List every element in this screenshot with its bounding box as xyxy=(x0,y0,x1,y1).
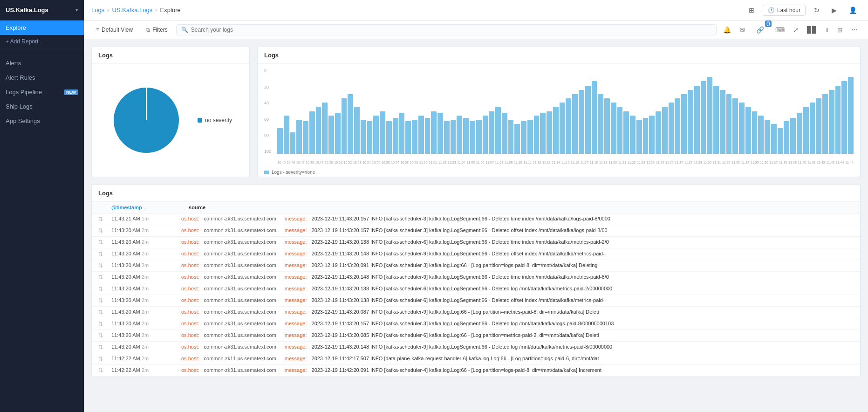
bar xyxy=(662,107,668,154)
log-expand-icon[interactable]: ⇅ xyxy=(98,262,107,269)
user-icon[interactable]: 👤 xyxy=(845,4,861,16)
bar-col xyxy=(694,69,700,154)
sidebar-item-logs-pipeline[interactable]: Logs Pipeline NEW xyxy=(0,85,84,99)
bar xyxy=(701,81,706,154)
mail-icon[interactable]: ✉ xyxy=(737,24,748,35)
sidebar-header[interactable]: US.Kafka.Logs ▾ xyxy=(0,0,84,21)
bar xyxy=(277,128,283,154)
bar xyxy=(476,120,482,154)
log-host-val: common-zk31.us.sematext.com xyxy=(204,227,276,233)
content: Logs no severity Logs xyxy=(84,39,868,412)
log-host-key: os.host: xyxy=(181,227,199,233)
default-view-button[interactable]: ≡ Default View xyxy=(91,24,137,35)
bar-legend: Logs - severity=none xyxy=(258,168,860,177)
bar-col xyxy=(784,69,789,154)
log-expand-icon[interactable]: ⇅ xyxy=(98,309,107,316)
more-icon[interactable]: ⋯ xyxy=(848,24,861,35)
sidebar: US.Kafka.Logs ▾ Explore + Add Report Ale… xyxy=(0,0,84,412)
sidebar-item-app-settings[interactable]: App Settings xyxy=(0,114,84,128)
bar xyxy=(309,111,315,154)
pie-legend-item-no-severity: no severity xyxy=(198,117,232,124)
log-host-val: common-zk31.us.sematext.com xyxy=(204,239,276,245)
sidebar-item-alert-rules[interactable]: Alert Rules xyxy=(0,70,84,85)
columns-icon[interactable]: ⫾ xyxy=(823,24,832,35)
bar-col xyxy=(502,69,507,154)
bar-col xyxy=(495,69,501,154)
bar-col xyxy=(745,69,751,154)
sidebar-item-explore[interactable]: Explore xyxy=(0,21,84,35)
refresh-icon[interactable]: ↻ xyxy=(810,4,823,16)
y-label-0: 0 xyxy=(264,69,273,73)
log-row: ⇅ 11:43:20 AM 2m os.host: common-zk31.us… xyxy=(92,283,860,295)
bar xyxy=(316,107,321,154)
log-expand-icon[interactable]: ⇅ xyxy=(98,344,107,350)
bar xyxy=(778,128,783,154)
log-timestamp: 11:43:20 AM 2m xyxy=(111,274,177,280)
filters-button[interactable]: ⧉ Filters xyxy=(141,24,172,35)
log-row: ⇅ 11:43:20 AM 2m os.host: common-zk31.us… xyxy=(92,342,860,353)
log-expand-icon[interactable]: ⇅ xyxy=(98,332,107,339)
log-message-val: 2023-12-19 11:43:20,087 INFO [kafka-sche… xyxy=(312,309,854,315)
bell-icon[interactable]: 🔔 xyxy=(720,24,734,35)
play-icon[interactable]: ▶ xyxy=(828,4,841,16)
bar-col xyxy=(534,69,540,154)
log-expand-icon[interactable]: ⇅ xyxy=(98,356,107,362)
log-expand-icon[interactable]: ⇅ xyxy=(98,227,107,234)
sidebar-item-alerts[interactable]: Alerts xyxy=(0,56,84,70)
bar xyxy=(598,94,603,154)
log-expand-icon[interactable]: ⇅ xyxy=(98,274,107,281)
log-expand-icon[interactable]: ⇅ xyxy=(98,367,107,374)
log-expand-icon[interactable]: ⇅ xyxy=(98,321,107,327)
breadcrumb-us-kafka[interactable]: US.Kafka.Logs xyxy=(112,7,153,14)
log-host-val: common-zk31.us.sematext.com xyxy=(204,309,276,315)
bar-col xyxy=(579,69,584,154)
log-message-key: message: xyxy=(285,227,307,233)
log-host-key: os.host: xyxy=(181,332,199,338)
bar-col xyxy=(835,69,841,154)
time-filter[interactable]: 🕐 Last hour xyxy=(763,5,806,16)
bar xyxy=(617,107,623,154)
y-label-20: 20 xyxy=(264,85,273,89)
search-icon: 🔍 xyxy=(181,27,188,33)
sidebar-item-ship-logs[interactable]: Ship Logs xyxy=(0,99,84,114)
breadcrumb-logs[interactable]: Logs xyxy=(91,7,104,14)
bar-col xyxy=(611,69,616,154)
bar-x-label: 11:29 xyxy=(694,161,702,164)
bar-x-label: 11:38 xyxy=(779,161,787,164)
apps-icon[interactable]: ⊞ xyxy=(745,4,758,16)
bar-col xyxy=(354,69,360,154)
add-report-button[interactable]: + Add Report xyxy=(0,35,84,48)
log-host-val: common-zk31.us.sematext.com xyxy=(204,297,276,303)
bar-col xyxy=(335,69,341,154)
search-input[interactable] xyxy=(191,27,711,33)
bar xyxy=(797,113,802,154)
log-expand-icon[interactable]: ⇅ xyxy=(98,251,107,257)
bar-col xyxy=(418,69,424,154)
bar-col xyxy=(822,69,828,154)
log-row: ⇅ 11:43:20 AM 2m os.host: common-zk31.us… xyxy=(92,225,860,237)
col-header-timestamp[interactable]: @timestamp ↓ xyxy=(111,205,181,210)
log-expand-icon[interactable]: ⇅ xyxy=(98,216,107,222)
log-timestamp: 11:43:20 AM 2m xyxy=(111,251,177,256)
expand-icon[interactable]: ⤢ xyxy=(790,24,801,35)
bar-y-labels: 100 80 60 40 20 0 xyxy=(264,69,275,154)
breadcrumb: Logs › US.Kafka.Logs › Explore xyxy=(91,7,181,14)
bar-chart-icon[interactable]: ▊▊ xyxy=(804,24,820,35)
log-expand-icon[interactable]: ⇅ xyxy=(98,286,107,292)
y-label-80: 80 xyxy=(264,133,273,137)
bar xyxy=(694,86,700,154)
bar-col xyxy=(290,69,296,154)
log-expand-icon[interactable]: ⇅ xyxy=(98,297,107,304)
bar xyxy=(822,94,828,154)
keyboard-icon[interactable]: ⌨ xyxy=(772,24,787,35)
log-expand-icon[interactable]: ⇅ xyxy=(98,239,107,246)
bar xyxy=(803,107,809,154)
table-icon[interactable]: ⊞ xyxy=(834,24,846,35)
sidebar-title: US.Kafka.Logs xyxy=(6,7,48,14)
bar-col xyxy=(816,69,821,154)
bar xyxy=(739,103,745,154)
bar xyxy=(328,116,334,154)
bar-x-label: 10:51 xyxy=(334,161,342,164)
bar-x-label: 11:00 xyxy=(419,161,428,164)
new-badge: NEW xyxy=(64,89,78,95)
